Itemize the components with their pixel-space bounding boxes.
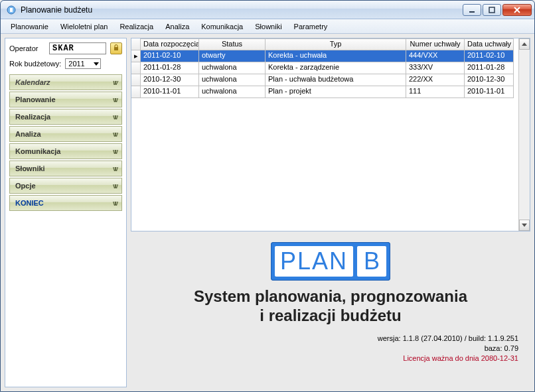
tagline-line1: System planowania, prognozowania (194, 287, 467, 306)
logo-b-text: B (357, 246, 386, 277)
svg-rect-2 (469, 11, 475, 13)
col-header-data-uchwaly[interactable]: Data uchwały (465, 38, 514, 50)
tagline-line2: i realizacji budżetu (194, 306, 467, 326)
titlebar: Planowanie budżetu (1, 1, 534, 19)
main-area: Data rozpoczęcia Status Typ Numer uchwał… (131, 38, 530, 387)
menu-parametry[interactable]: Parametry (288, 21, 334, 33)
operator-field[interactable]: SKAR (49, 42, 106, 54)
col-header-status[interactable]: Status (199, 38, 266, 50)
menu-slowniki[interactable]: Słowniki (249, 21, 287, 33)
baza-line: baza: 0.79 (378, 344, 518, 354)
lock-icon (113, 44, 119, 52)
vertical-scrollbar[interactable] (518, 38, 530, 231)
cell-data-uchwaly: 2010-11-01 (465, 86, 514, 98)
cell-status: uchwalona (199, 74, 266, 86)
cell-status: otwarty (199, 50, 266, 62)
chevron-down-icon: vv (113, 131, 116, 138)
chevron-down-icon: vv (113, 182, 116, 190)
cell-type: Plan - uchwała budżetowa (266, 74, 406, 86)
cell-status: uchwalona (199, 86, 266, 98)
cell-data-uchwaly: 2011-02-10 (465, 50, 514, 62)
menu-analiza[interactable]: Analiza (159, 21, 195, 33)
license-line: Licencja ważna do dnia 2080-12-31 (378, 354, 518, 363)
sidebar-item-label: Analiza (15, 130, 41, 138)
splash-area: PLAN B System planowania, prognozowania … (131, 237, 530, 387)
cell-date: 2010-11-01 (141, 86, 199, 98)
sidebar-item-planowanie[interactable]: Planowanie vv (9, 92, 122, 107)
minimize-button[interactable] (463, 4, 481, 16)
sidebar-item-realizacja[interactable]: Realizacja vv (9, 109, 122, 125)
menu-realizacja[interactable]: Realizacja (114, 21, 159, 33)
sidebar-item-analiza[interactable]: Analiza vv (9, 126, 122, 142)
year-label: Rok budżetowy: (9, 60, 61, 68)
chevron-down-icon (522, 224, 527, 227)
cell-data-uchwaly: 2011-01-28 (465, 62, 514, 74)
col-header-date[interactable]: Data rozpoczęcia (141, 38, 199, 50)
cell-type: Korekta - uchwała (266, 50, 406, 62)
cell-type: Korekta - zarządzenie (266, 62, 406, 74)
svg-rect-3 (489, 7, 495, 13)
scroll-down-button[interactable] (519, 220, 530, 231)
scroll-track[interactable] (519, 50, 530, 220)
cell-date: 2011-01-28 (141, 62, 199, 74)
table-row[interactable]: 2010-11-01 uchwalona Plan - projekt 111 … (131, 86, 518, 98)
menu-planowanie[interactable]: Planowanie (5, 21, 54, 33)
cell-date: 2011-02-10 (141, 50, 199, 62)
menu-wieloletni-plan[interactable]: Wieloletni plan (54, 21, 114, 33)
cell-numer: 444/VXX (406, 50, 465, 62)
window-title: Planowanie budżetu (21, 5, 463, 15)
sidebar-item-koniec[interactable]: KONIEC vv (9, 195, 122, 211)
cell-date: 2010-12-30 (141, 74, 199, 86)
logo-plan-text: PLAN (275, 246, 353, 277)
sidebar: Operator SKAR Rok budżetowy: 2011 Kalend… (5, 38, 127, 387)
version-info: wersja: 1.1.8 (27.04.2010) / build: 1.1.… (378, 334, 530, 364)
app-window: Planowanie budżetu Planowanie Wieloletni… (0, 0, 535, 392)
sidebar-item-label: Realizacja (15, 113, 50, 121)
svg-rect-6 (114, 47, 118, 50)
grid-header: Data rozpoczęcia Status Typ Numer uchwał… (131, 38, 518, 50)
chevron-down-icon (94, 62, 99, 66)
chevron-down-icon: vv (113, 200, 116, 207)
scroll-up-button[interactable] (519, 38, 530, 50)
chevron-up-icon (522, 42, 527, 46)
sidebar-item-opcje[interactable]: Opcje vv (9, 178, 122, 194)
sidebar-item-slowniki[interactable]: Słowniki vv (9, 161, 122, 176)
menu-komunikacja[interactable]: Komunikacja (195, 21, 249, 33)
data-grid: Data rozpoczęcia Status Typ Numer uchwał… (131, 38, 530, 231)
table-row[interactable]: ▸ 2011-02-10 otwarty Korekta - uchwała 4… (131, 50, 518, 62)
chevron-down-icon: vv (113, 148, 116, 155)
col-header-type[interactable]: Typ (266, 38, 406, 50)
row-marker (131, 74, 141, 86)
sidebar-item-komunikacja[interactable]: Komunikacja vv (9, 143, 122, 159)
sidebar-item-label: Planowanie (15, 96, 56, 103)
cell-data-uchwaly: 2010-12-30 (465, 74, 514, 86)
menubar: Planowanie Wieloletni plan Realizacja An… (1, 19, 534, 34)
chevron-down-icon: vv (113, 165, 116, 172)
row-marker (131, 86, 141, 98)
row-marker-header (131, 38, 141, 50)
year-value: 2011 (68, 60, 84, 68)
sidebar-item-label: Kalendarz (15, 78, 50, 86)
close-button[interactable] (502, 4, 532, 16)
col-header-numer[interactable]: Numer uchwały (406, 38, 465, 50)
cell-status: uchwalona (199, 62, 266, 74)
sidebar-item-kalendarz[interactable]: Kalendarz vv (9, 74, 122, 90)
sidebar-item-label: Komunikacja (15, 147, 60, 155)
maximize-button[interactable] (483, 4, 501, 16)
table-row[interactable]: 2010-12-30 uchwalona Plan - uchwała budż… (131, 74, 518, 86)
version-line: wersja: 1.1.8 (27.04.2010) / build: 1.1.… (378, 334, 518, 344)
cell-type: Plan - projekt (266, 86, 406, 98)
year-select[interactable]: 2011 (65, 58, 101, 69)
svg-rect-1 (10, 8, 13, 12)
sidebar-item-label: KONIEC (15, 199, 44, 207)
row-marker (131, 62, 141, 74)
app-icon (6, 5, 17, 15)
grid-body: ▸ 2011-02-10 otwarty Korekta - uchwała 4… (131, 50, 518, 231)
row-marker-icon: ▸ (131, 50, 141, 62)
cell-numer: 111 (406, 86, 465, 98)
sidebar-item-label: Opcje (15, 182, 36, 190)
table-row[interactable]: 2011-01-28 uchwalona Korekta - zarządzen… (131, 62, 518, 74)
app-logo: PLAN B (271, 242, 390, 281)
sidebar-item-label: Słowniki (15, 164, 45, 172)
lock-button[interactable] (110, 42, 122, 54)
